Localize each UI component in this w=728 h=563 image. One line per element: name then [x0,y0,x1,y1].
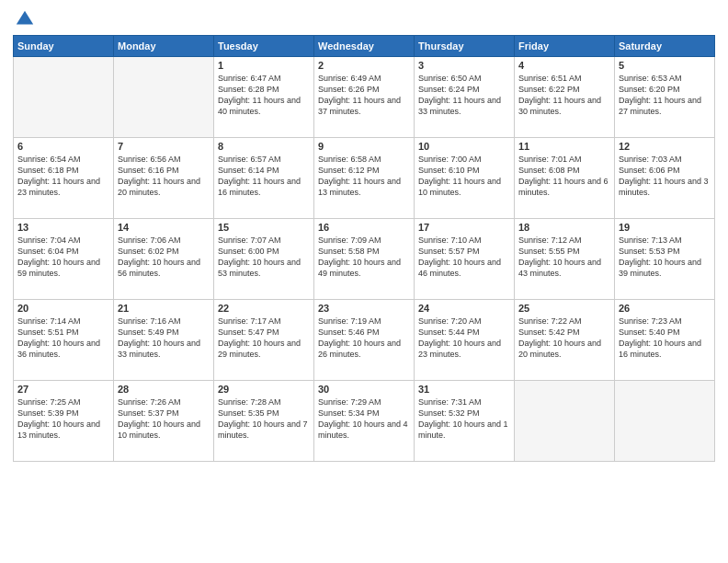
sunset-text: Sunset: 6:04 PM [17,246,109,257]
calendar-cell: 3Sunrise: 6:50 AMSunset: 6:24 PMDaylight… [415,57,515,138]
day-number: 10 [418,141,510,152]
calendar-cell: 11Sunrise: 7:01 AMSunset: 6:08 PMDayligh… [515,138,615,219]
calendar-cell: 9Sunrise: 6:58 AMSunset: 6:12 PMDaylight… [314,138,415,219]
day-number: 13 [17,222,109,233]
day-header-thursday: Thursday [415,36,515,57]
sunset-text: Sunset: 5:34 PM [318,408,410,419]
sunrise-text: Sunrise: 7:07 AM [218,235,310,246]
calendar-week-1: 1Sunrise: 6:47 AMSunset: 6:28 PMDaylight… [14,57,715,138]
sunrise-text: Sunrise: 7:25 AM [17,396,109,408]
calendar-cell [114,57,214,138]
calendar-cell: 10Sunrise: 7:00 AMSunset: 6:10 PMDayligh… [415,138,515,219]
sunrise-text: Sunrise: 6:51 AM [518,73,610,84]
day-number: 29 [218,384,310,395]
sunrise-text: Sunrise: 6:56 AM [118,154,210,165]
day-number: 1 [218,60,310,71]
daylight-text: Daylight: 11 hours and 37 minutes. [318,95,410,117]
sunset-text: Sunset: 5:53 PM [619,246,711,257]
sunrise-text: Sunrise: 7:14 AM [17,316,109,327]
daylight-text: Daylight: 11 hours and 23 minutes. [17,176,109,198]
sunrise-text: Sunrise: 6:57 AM [218,154,310,165]
sunset-text: Sunset: 6:06 PM [619,165,711,176]
sunset-text: Sunset: 6:22 PM [518,84,610,95]
day-number: 3 [418,60,510,71]
sunset-text: Sunset: 5:51 PM [17,327,109,338]
sunrise-text: Sunrise: 7:26 AM [118,396,210,408]
calendar-cell: 17Sunrise: 7:10 AMSunset: 5:57 PMDayligh… [415,219,515,300]
calendar-cell: 18Sunrise: 7:12 AMSunset: 5:55 PMDayligh… [515,219,615,300]
daylight-text: Daylight: 10 hours and 7 minutes. [218,419,310,441]
daylight-text: Daylight: 11 hours and 40 minutes. [218,95,310,117]
day-number: 19 [619,222,711,233]
sunset-text: Sunset: 6:10 PM [418,165,510,176]
sunset-text: Sunset: 6:12 PM [318,165,410,176]
sunrise-text: Sunrise: 7:17 AM [218,316,310,327]
sunrise-text: Sunrise: 7:04 AM [17,235,109,246]
calendar-cell: 26Sunrise: 7:23 AMSunset: 5:40 PMDayligh… [615,300,715,381]
day-number: 30 [318,384,410,395]
daylight-text: Daylight: 10 hours and 29 minutes. [218,338,310,360]
calendar-cell: 2Sunrise: 6:49 AMSunset: 6:26 PMDaylight… [314,57,415,138]
sunset-text: Sunset: 6:16 PM [118,165,210,176]
sunset-text: Sunset: 5:39 PM [17,408,109,419]
calendar-cell: 14Sunrise: 7:06 AMSunset: 6:02 PMDayligh… [114,219,214,300]
sunrise-text: Sunrise: 6:47 AM [218,73,310,84]
day-number: 9 [318,141,410,152]
day-number: 17 [418,222,510,233]
daylight-text: Daylight: 10 hours and 4 minutes. [318,419,410,441]
day-number: 21 [118,303,210,314]
sunrise-text: Sunrise: 6:58 AM [318,154,410,165]
header [13,9,715,29]
daylight-text: Daylight: 10 hours and 46 minutes. [418,257,510,279]
sunset-text: Sunset: 5:32 PM [418,408,510,419]
calendar-week-2: 6Sunrise: 6:54 AMSunset: 6:18 PMDaylight… [14,138,715,219]
sunset-text: Sunset: 5:49 PM [118,327,210,338]
sunrise-text: Sunrise: 6:49 AM [318,73,410,84]
day-number: 2 [318,60,410,71]
day-header-tuesday: Tuesday [214,36,314,57]
day-number: 26 [619,303,711,314]
day-number: 31 [418,384,510,395]
sunset-text: Sunset: 6:20 PM [619,84,711,95]
calendar-week-3: 13Sunrise: 7:04 AMSunset: 6:04 PMDayligh… [14,219,715,300]
day-number: 28 [118,384,210,395]
day-header-wednesday: Wednesday [314,36,415,57]
day-number: 4 [518,60,610,71]
calendar-cell: 31Sunrise: 7:31 AMSunset: 5:32 PMDayligh… [415,381,515,462]
calendar-cell: 28Sunrise: 7:26 AMSunset: 5:37 PMDayligh… [114,381,214,462]
sunset-text: Sunset: 5:44 PM [418,327,510,338]
sunset-text: Sunset: 6:24 PM [418,84,510,95]
sunset-text: Sunset: 6:08 PM [518,165,610,176]
calendar-cell: 20Sunrise: 7:14 AMSunset: 5:51 PMDayligh… [14,300,114,381]
daylight-text: Daylight: 11 hours and 6 minutes. [518,176,610,198]
sunset-text: Sunset: 5:42 PM [518,327,610,338]
sunrise-text: Sunrise: 7:00 AM [418,154,510,165]
daylight-text: Daylight: 11 hours and 13 minutes. [318,176,410,198]
calendar-cell: 8Sunrise: 6:57 AMSunset: 6:14 PMDaylight… [214,138,314,219]
daylight-text: Daylight: 11 hours and 30 minutes. [518,95,610,117]
sunset-text: Sunset: 5:40 PM [619,327,711,338]
page: SundayMondayTuesdayWednesdayThursdayFrid… [0,0,728,563]
daylight-text: Daylight: 10 hours and 59 minutes. [17,257,109,279]
sunrise-text: Sunrise: 7:10 AM [418,235,510,246]
calendar-cell: 22Sunrise: 7:17 AMSunset: 5:47 PMDayligh… [214,300,314,381]
daylight-text: Daylight: 10 hours and 43 minutes. [518,257,610,279]
daylight-text: Daylight: 10 hours and 36 minutes. [17,338,109,360]
calendar-week-5: 27Sunrise: 7:25 AMSunset: 5:39 PMDayligh… [14,381,715,462]
day-number: 5 [619,60,711,71]
sunrise-text: Sunrise: 6:54 AM [17,154,109,165]
day-number: 23 [318,303,410,314]
day-number: 15 [218,222,310,233]
sunrise-text: Sunrise: 7:16 AM [118,316,210,327]
day-number: 18 [518,222,610,233]
day-header-friday: Friday [515,36,615,57]
daylight-text: Daylight: 11 hours and 16 minutes. [218,176,310,198]
calendar-cell: 4Sunrise: 6:51 AMSunset: 6:22 PMDaylight… [515,57,615,138]
calendar-cell: 19Sunrise: 7:13 AMSunset: 5:53 PMDayligh… [615,219,715,300]
day-number: 24 [418,303,510,314]
day-number: 6 [17,141,109,152]
sunrise-text: Sunrise: 7:01 AM [518,154,610,165]
sunrise-text: Sunrise: 7:13 AM [619,235,711,246]
daylight-text: Daylight: 10 hours and 10 minutes. [118,419,210,441]
day-number: 22 [218,303,310,314]
